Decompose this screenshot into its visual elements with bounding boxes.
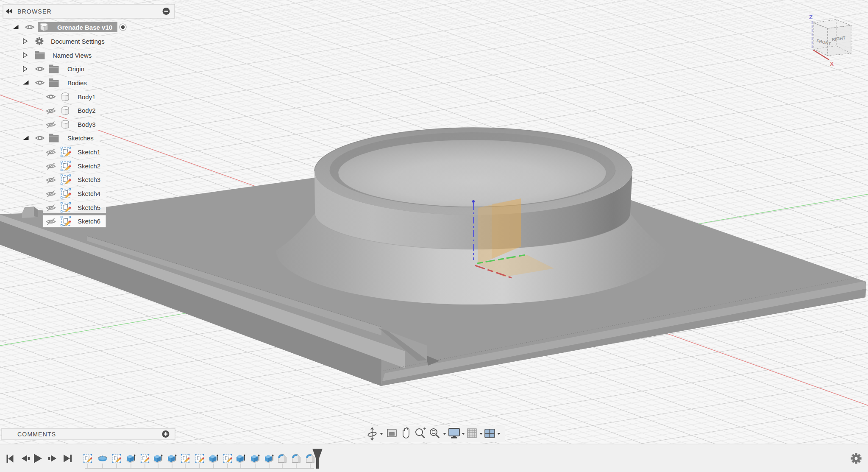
svg-text:Sketch5: Sketch5 — [78, 204, 100, 211]
svg-text:Sketch6: Sketch6 — [78, 218, 100, 225]
svg-text:Sketches: Sketches — [67, 134, 94, 142]
svg-text:Document Settings: Document Settings — [51, 38, 105, 45]
svg-text:X: X — [830, 61, 834, 67]
svg-text:Origin: Origin — [67, 65, 84, 73]
svg-text:COMMENTS: COMMENTS — [17, 431, 56, 438]
svg-text:Sketch1: Sketch1 — [78, 148, 100, 156]
svg-text:Body3: Body3 — [78, 121, 96, 128]
svg-text:Body2: Body2 — [78, 107, 96, 114]
svg-text:Z: Z — [809, 14, 812, 20]
svg-text:Sketch2: Sketch2 — [78, 162, 100, 170]
svg-text:Bodies: Bodies — [67, 79, 87, 87]
svg-text:Sketch4: Sketch4 — [78, 190, 100, 197]
svg-text:Grenade Base v10: Grenade Base v10 — [57, 24, 112, 31]
svg-text:BROWSER: BROWSER — [17, 8, 52, 15]
svg-text:Body1: Body1 — [78, 93, 96, 101]
svg-text:Named Views: Named Views — [53, 52, 92, 59]
svg-text:Sketch3: Sketch3 — [78, 176, 100, 183]
